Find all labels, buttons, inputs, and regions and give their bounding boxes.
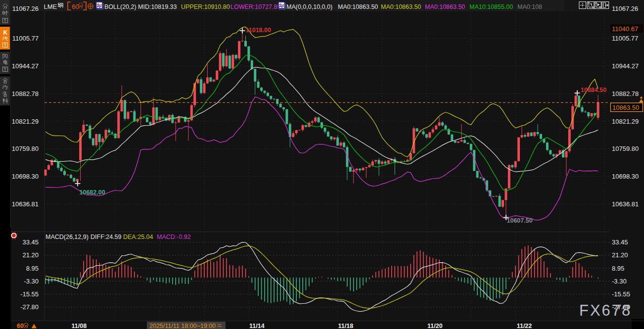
svg-text:11005.77: 11005.77 bbox=[12, 35, 39, 42]
svg-text:11040.67: 11040.67 bbox=[612, 25, 638, 33]
svg-text:33.45: 33.45 bbox=[22, 238, 39, 246]
svg-text:LOWER:10727.85: LOWER:10727.85 bbox=[230, 3, 280, 10]
svg-text:-3.30: -3.30 bbox=[24, 278, 39, 285]
svg-text:MACD(26,12,9): MACD(26,12,9) bbox=[46, 234, 89, 240]
svg-text:-27.80: -27.80 bbox=[20, 303, 39, 311]
svg-text:10821.29: 10821.29 bbox=[612, 118, 639, 125]
svg-text:10759.80: 10759.80 bbox=[612, 145, 639, 152]
svg-text:11/18: 11/18 bbox=[338, 323, 354, 329]
svg-text:10882.78: 10882.78 bbox=[12, 90, 39, 97]
svg-text:11067.26: 11067.26 bbox=[612, 5, 638, 12]
svg-text:DIFF:24.59: DIFF:24.59 bbox=[91, 234, 122, 240]
svg-text:10698.30: 10698.30 bbox=[612, 173, 639, 180]
svg-text:11/20: 11/20 bbox=[427, 323, 443, 329]
svg-text:LME: LME bbox=[44, 3, 57, 10]
svg-text:MACD:-0.92: MACD:-0.92 bbox=[157, 234, 191, 240]
svg-text:DEA:25.04: DEA:25.04 bbox=[123, 234, 153, 240]
svg-text:MA0:10863.50: MA0:10863.50 bbox=[425, 3, 465, 10]
svg-text:K: K bbox=[3, 29, 7, 36]
svg-text:2025/11/11 18:00~19:00: 2025/11/11 18:00~19:00 bbox=[149, 323, 216, 329]
svg-text:MID:10819.33: MID:10819.33 bbox=[138, 3, 177, 10]
svg-text:10944.27: 10944.27 bbox=[612, 62, 639, 70]
svg-text:-15.55: -15.55 bbox=[612, 290, 630, 298]
svg-text:-15.55: -15.55 bbox=[20, 290, 39, 298]
svg-text:10636.81: 10636.81 bbox=[612, 200, 639, 208]
svg-text:10884.50: 10884.50 bbox=[581, 87, 606, 94]
svg-text:11/22: 11/22 bbox=[517, 323, 532, 329]
svg-text:MA(0,0,0,10,0,0): MA(0,0,0,10,0,0) bbox=[286, 3, 332, 10]
svg-text:MA0:108: MA0:108 bbox=[517, 3, 542, 10]
svg-text:UPPER:10910.80: UPPER:10910.80 bbox=[181, 3, 230, 10]
svg-text:-3.30: -3.30 bbox=[612, 278, 627, 285]
svg-text:10944.27: 10944.27 bbox=[12, 62, 39, 70]
svg-text:21.20: 21.20 bbox=[612, 251, 628, 259]
svg-text:MA0:10863.50: MA0:10863.50 bbox=[381, 3, 421, 10]
svg-text:60: 60 bbox=[17, 323, 24, 329]
svg-text:11/08: 11/08 bbox=[72, 323, 87, 329]
svg-text:10607.50: 10607.50 bbox=[507, 217, 533, 224]
svg-text:10821.29: 10821.29 bbox=[12, 118, 39, 125]
svg-text:10636.81: 10636.81 bbox=[12, 200, 39, 208]
svg-text:8.95: 8.95 bbox=[612, 265, 624, 272]
svg-text:11/14: 11/14 bbox=[249, 323, 265, 329]
svg-text:10698.30: 10698.30 bbox=[12, 173, 39, 180]
svg-text:21.20: 21.20 bbox=[22, 251, 39, 259]
svg-text:MA0:10863.50: MA0:10863.50 bbox=[338, 3, 378, 10]
svg-text:60: 60 bbox=[72, 3, 79, 10]
svg-text:10682.00: 10682.00 bbox=[80, 189, 105, 196]
svg-text:33.45: 33.45 bbox=[612, 238, 628, 246]
svg-text:BOLL(20,2): BOLL(20,2) bbox=[104, 3, 137, 10]
svg-text:11067.26: 11067.26 bbox=[12, 5, 39, 12]
svg-text:8.95: 8.95 bbox=[26, 265, 39, 272]
svg-text:FX678: FX678 bbox=[579, 302, 632, 319]
svg-text:MA10:10855.00: MA10:10855.00 bbox=[469, 3, 513, 10]
svg-text:10863.50: 10863.50 bbox=[612, 104, 639, 111]
svg-text:11005.77: 11005.77 bbox=[612, 35, 638, 42]
svg-text:10882.78: 10882.78 bbox=[612, 90, 639, 97]
svg-text:10759.80: 10759.80 bbox=[12, 145, 39, 152]
svg-text:11018.00: 11018.00 bbox=[246, 27, 271, 34]
